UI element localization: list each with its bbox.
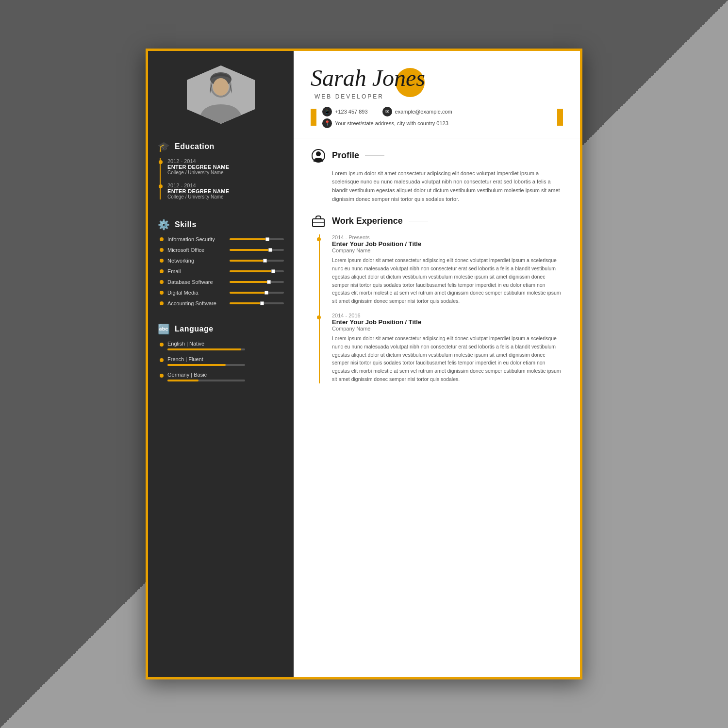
edu-year-2: 2012 - 2014 [167,182,284,188]
work-year-0: 2014 - Presents [332,234,563,240]
profile-header: Profile [311,148,563,164]
main-content-area: Sarah Jones WEB DEVELOPER 📱 +123 457 893 [294,51,580,677]
job-title: WEB DEVELOPER [314,93,384,100]
education-title: Education [175,142,215,151]
education-icon: 🎓 [158,141,170,152]
lang-bar-track-0 [167,348,245,350]
address-icon: 📍 [322,118,332,128]
phone-text: +123 457 893 [335,109,368,115]
photo-container [148,51,294,133]
lang-name-1: French | Fluent [167,356,284,362]
work-job-title-0: Enter Your Job Position / Title [332,240,563,248]
education-item-2: 2012 - 2014 ENTER DEGREE NAME College / … [167,182,284,199]
work-desc-1: Lorem ipsum dolor sit amet consectetur a… [332,334,563,383]
work-item-0: 2014 - Presents Enter Your Job Position … [311,234,563,305]
work-section: Work Experience 2014 - Presents Enter Yo… [311,213,563,383]
skill-item-1: Microsoft Office [158,247,284,253]
resume-wrapper: 🎓 Education 2012 - 2014 ENTER DEGREE NAM… [146,49,582,679]
skill-name-2: Networking [167,258,226,264]
email-item: ✉ example@example.com [382,107,452,116]
lang-bar-track-1 [167,364,245,366]
edu-degree-2: ENTER DEGREE NAME [167,188,284,194]
skill-bar-fill-5 [230,292,266,294]
skill-item-4: Database Software [158,279,284,285]
language-title: Language [175,325,214,333]
skill-bar-fill-4 [230,281,269,283]
phone-item: 📱 +123 457 893 [322,107,368,116]
lang-name-0: English | Native [167,341,284,347]
email-text: example@example.com [395,109,452,115]
skill-name-3: Email [167,268,226,274]
skill-bar-fill-6 [230,302,262,304]
skill-item-6: Accounting Software [158,300,284,306]
language-list: English | Native French | Fluent Germany… [158,341,284,381]
profile-section: Profile Lorem ipsum dolor sit amet conse… [311,148,563,203]
skill-bar-track-5 [230,292,284,294]
profile-icon [311,148,326,164]
skill-name-0: Information Security [167,236,226,242]
work-year-1: 2014 - 2016 [332,313,563,318]
skill-bar-track-0 [230,238,284,240]
skill-name-1: Microsoft Office [167,247,226,253]
title-row: WEB DEVELOPER [311,91,388,100]
education-header: 🎓 Education [158,141,284,152]
skill-bar-track-3 [230,270,284,272]
skills-section: ⚙️ Skills Information Security Microsoft… [148,212,294,316]
edu-school-1: College / University Name [167,170,284,175]
sidebar: 🎓 Education 2012 - 2014 ENTER DEGREE NAM… [148,51,294,677]
skill-bar-thumb-0 [265,237,269,241]
skill-bar-fill-1 [230,249,270,251]
edu-degree-1: ENTER DEGREE NAME [167,164,284,170]
svg-point-6 [316,151,321,156]
language-section: 🔤 Language English | Native French | Flu… [148,316,294,392]
contact-accent-right [557,109,563,126]
skill-bar-thumb-4 [267,280,271,284]
work-company-1: Company Name [332,326,563,331]
work-icon [311,213,326,229]
skill-item-5: Digital Media [158,290,284,296]
skill-name-4: Database Software [167,279,226,285]
skill-item-0: Information Security [158,236,284,242]
work-title: Work Experience [332,216,403,226]
main-sections: Profile Lorem ipsum dolor sit amet conse… [294,138,580,677]
skill-name-6: Accounting Software [167,300,226,306]
work-company-0: Company Name [332,248,563,253]
skill-bar-thumb-1 [268,248,272,252]
skills-title: Skills [175,220,197,229]
skills-icon: ⚙️ [158,219,170,231]
edu-year-1: 2012 - 2014 [167,158,284,164]
skill-name-5: Digital Media [167,290,226,296]
address-item: 📍 Your street/state address, city with c… [322,118,551,128]
skill-bar-thumb-2 [263,259,267,263]
name-row: Sarah Jones WEB DEVELOPER [311,66,563,103]
lang-item-1: French | Fluent [158,356,284,366]
resume-name: Sarah Jones [311,66,563,91]
contact-row-wrapper: 📱 +123 457 893 ✉ example@example.com 📍 Y… [311,107,563,128]
lang-item-2: Germany | Basic [158,372,284,381]
language-header: 🔤 Language [158,323,284,335]
lang-bar-track-2 [167,380,245,381]
skill-bar-fill-3 [230,270,273,272]
lang-bar-fill-2 [167,380,199,381]
skill-bar-fill-0 [230,238,267,240]
skills-list: Information Security Microsoft Office Ne… [158,236,284,306]
lang-bar-fill-1 [167,364,226,366]
edu-school-2: College / University Name [167,194,284,199]
svg-point-4 [213,78,229,96]
profile-body: Lorem ipsum dolor sit amet consectetur a… [311,169,563,203]
skill-bar-track-1 [230,249,284,251]
resume-header: Sarah Jones WEB DEVELOPER 📱 +123 457 893 [294,51,580,138]
lang-name-2: Germany | Basic [167,372,284,378]
skill-bar-track-4 [230,281,284,283]
education-item-1: 2012 - 2014 ENTER DEGREE NAME College / … [167,158,284,175]
lang-item-0: English | Native [158,341,284,350]
education-section: 🎓 Education 2012 - 2014 ENTER DEGREE NAM… [148,133,294,212]
phone-icon: 📱 [322,107,332,116]
skill-item-2: Networking [158,258,284,264]
address-text: Your street/state address, city with cou… [335,120,448,126]
profile-photo [187,66,255,124]
skills-header: ⚙️ Skills [158,219,284,231]
contact-row-1: 📱 +123 457 893 ✉ example@example.com [322,107,551,116]
skill-item-3: Email [158,268,284,274]
skill-bar-thumb-5 [265,291,268,295]
